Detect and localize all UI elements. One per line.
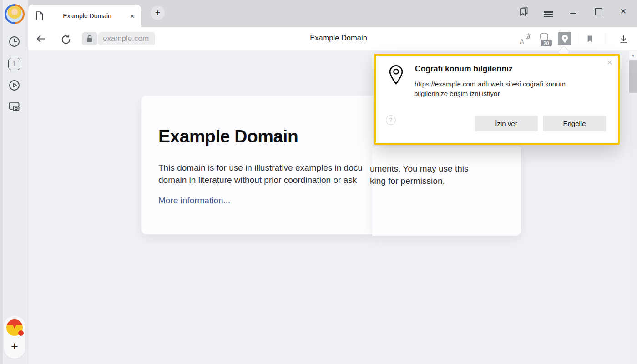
menu-icon [544, 11, 553, 12]
protect-count-badge: 20 [541, 40, 552, 46]
bookmarks-panel-button[interactable] [516, 4, 531, 19]
page-card-fragment: uments. You may use this king for permis… [372, 146, 521, 236]
sidebar-dock: + [4, 316, 25, 359]
minimize-button[interactable] [566, 4, 580, 19]
tab-bar: Example Domain × + × [28, 0, 637, 27]
new-tab-button[interactable]: + [151, 6, 165, 20]
logo-dot-icon [18, 330, 24, 336]
popup-site-url: https://example.com [414, 80, 476, 88]
more-information-link[interactable]: More information... [158, 196, 230, 206]
page-paragraph-line1: This domain is for use in illustrative e… [158, 163, 363, 173]
toolbar-divider [577, 33, 577, 44]
clock-icon [8, 35, 20, 48]
bookmark-flag-icon [585, 34, 595, 44]
browser-window: 1 [0, 0, 637, 364]
tab-title: Example Domain [44, 12, 130, 20]
page-card: Example Domain This domain is for use in… [141, 96, 373, 234]
scrollbar-up-button[interactable]: ▲ [629, 51, 637, 59]
geolocation-permission-popup: × Coğrafi konum bilgileriniz https://exa… [374, 54, 620, 145]
scrollbar-thumb[interactable] [629, 60, 637, 93]
popup-close-icon[interactable]: × [607, 57, 612, 67]
tab-manager-button[interactable]: 1 [8, 57, 20, 70]
translate-button[interactable]: A [519, 32, 532, 46]
menu-button[interactable] [541, 4, 556, 19]
protect-button[interactable]: 20 [539, 32, 553, 46]
page-paragraph-line2: domain in literature without prior coord… [158, 175, 357, 185]
block-button[interactable]: Engelle [543, 116, 606, 131]
minimize-icon [570, 13, 576, 14]
popup-message: https://example.com adlı web sitesi coğr… [414, 79, 583, 98]
page-paragraph-line1-continued: uments. You may use this [370, 164, 469, 174]
bookmark-button[interactable] [583, 32, 597, 46]
popup-title: Coğrafi konum bilgileriniz [415, 64, 513, 74]
question-mark-icon: ? [389, 117, 393, 123]
tab-count: 1 [12, 60, 16, 67]
browser-logo[interactable] [6, 319, 23, 336]
maximize-button[interactable] [591, 4, 606, 19]
tab-example-domain[interactable]: Example Domain × [28, 5, 141, 27]
page-paragraph-line2-continued: king for permission. [370, 176, 445, 186]
allow-button[interactable]: İzin ver [475, 116, 538, 131]
toolbar-divider [607, 33, 607, 44]
location-pin-icon [561, 35, 568, 43]
window-edge [0, 0, 3, 364]
sidebar: 1 [0, 0, 28, 364]
maximize-icon [595, 8, 602, 15]
avatar-image [6, 6, 23, 22]
scroll-up-arrow-icon: ▲ [632, 53, 635, 57]
page-scrollbar[interactable]: ▲ [629, 50, 637, 364]
translate-latin-glyph: A [520, 37, 524, 45]
geolocation-button[interactable] [558, 32, 571, 46]
page-heading: Example Domain [158, 126, 298, 147]
download-button[interactable] [617, 32, 630, 46]
geolocation-pin-icon [389, 65, 403, 85]
help-button[interactable]: ? [386, 115, 396, 125]
close-icon: × [621, 6, 627, 16]
tab-count-icon: 1 [8, 58, 20, 70]
page-doc-icon [35, 11, 44, 21]
download-icon [618, 34, 629, 45]
play-icon [8, 79, 20, 91]
history-button[interactable] [8, 35, 20, 48]
tab-close-icon[interactable]: × [130, 12, 135, 20]
translate-kana-icon [525, 33, 532, 40]
media-button[interactable] [8, 79, 20, 91]
logo-red-icon [6, 319, 23, 329]
screenshot-icon [8, 100, 20, 112]
toolbar: example.com Example Domain A 20 [28, 27, 637, 50]
bookmarks-stack-icon [518, 5, 530, 17]
screenshot-button[interactable] [8, 100, 20, 112]
add-service-button[interactable]: + [4, 339, 25, 354]
profile-avatar[interactable] [5, 4, 25, 24]
sidebar-divider [28, 0, 28, 364]
window-close-button[interactable]: × [616, 4, 631, 19]
